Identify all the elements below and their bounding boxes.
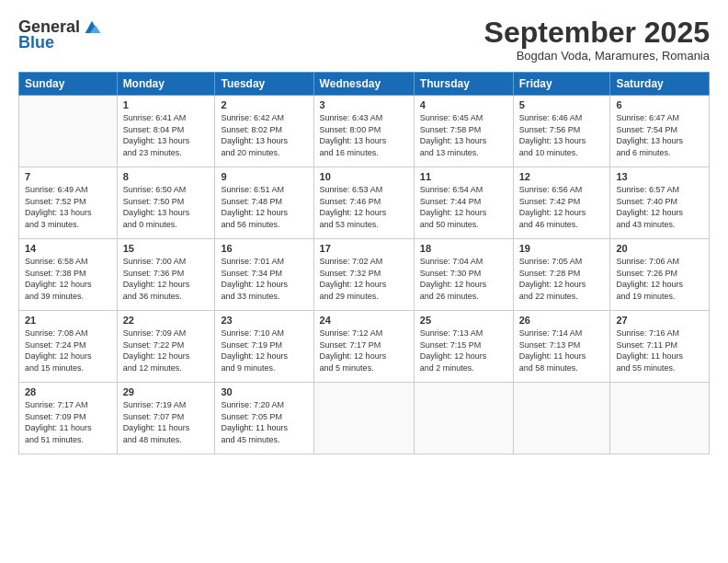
day-cell: 16Sunrise: 7:01 AM Sunset: 7:34 PM Dayli… — [215, 239, 313, 311]
day-info: Sunrise: 6:45 AM Sunset: 7:58 PM Dayligh… — [420, 112, 507, 158]
day-cell: 20Sunrise: 7:06 AM Sunset: 7:26 PM Dayli… — [610, 239, 710, 311]
day-number: 16 — [221, 243, 307, 254]
title-block: September 2025 Bogdan Voda, Maramures, R… — [484, 17, 710, 63]
week-row-2: 14Sunrise: 6:58 AM Sunset: 7:38 PM Dayli… — [19, 239, 710, 311]
col-header-wednesday: Wednesday — [313, 73, 414, 96]
day-number: 20 — [616, 243, 703, 254]
day-number: 2 — [221, 99, 307, 110]
day-cell: 19Sunrise: 7:05 AM Sunset: 7:28 PM Dayli… — [513, 239, 610, 311]
day-number: 26 — [519, 315, 605, 326]
logo: General Blue — [18, 17, 102, 52]
day-cell — [513, 383, 610, 454]
day-info: Sunrise: 6:42 AM Sunset: 8:02 PM Dayligh… — [221, 112, 307, 158]
day-cell — [313, 383, 414, 454]
day-cell: 17Sunrise: 7:02 AM Sunset: 7:32 PM Dayli… — [313, 239, 414, 311]
day-info: Sunrise: 7:10 AM Sunset: 7:19 PM Dayligh… — [221, 327, 307, 373]
day-number: 5 — [519, 99, 605, 110]
day-info: Sunrise: 7:00 AM Sunset: 7:36 PM Dayligh… — [123, 256, 210, 302]
week-row-0: 1Sunrise: 6:41 AM Sunset: 8:04 PM Daylig… — [19, 96, 710, 167]
day-number: 8 — [123, 171, 210, 182]
day-number: 22 — [123, 315, 210, 326]
day-info: Sunrise: 7:06 AM Sunset: 7:26 PM Dayligh… — [616, 256, 703, 302]
day-number: 23 — [221, 315, 307, 326]
month-title: September 2025 — [484, 17, 710, 49]
day-cell: 14Sunrise: 6:58 AM Sunset: 7:38 PM Dayli… — [19, 239, 118, 311]
day-number: 13 — [616, 171, 703, 182]
day-number: 10 — [320, 171, 408, 182]
day-number: 9 — [221, 171, 307, 182]
day-number: 19 — [519, 243, 605, 254]
header-row: SundayMondayTuesdayWednesdayThursdayFrid… — [19, 73, 710, 96]
day-info: Sunrise: 6:56 AM Sunset: 7:42 PM Dayligh… — [519, 184, 605, 230]
col-header-sunday: Sunday — [19, 73, 118, 96]
day-cell: 6Sunrise: 6:47 AM Sunset: 7:54 PM Daylig… — [610, 96, 710, 167]
day-info: Sunrise: 6:57 AM Sunset: 7:40 PM Dayligh… — [616, 184, 703, 230]
day-info: Sunrise: 7:16 AM Sunset: 7:11 PM Dayligh… — [616, 327, 703, 373]
day-info: Sunrise: 7:19 AM Sunset: 7:07 PM Dayligh… — [123, 399, 210, 445]
page: General Blue September 2025 Bogdan Voda,… — [0, 0, 728, 563]
col-header-tuesday: Tuesday — [215, 73, 313, 96]
day-info: Sunrise: 7:08 AM Sunset: 7:24 PM Dayligh… — [25, 327, 111, 373]
day-cell: 11Sunrise: 6:54 AM Sunset: 7:44 PM Dayli… — [414, 167, 513, 239]
day-cell: 10Sunrise: 6:53 AM Sunset: 7:46 PM Dayli… — [313, 167, 414, 239]
day-cell: 8Sunrise: 6:50 AM Sunset: 7:50 PM Daylig… — [117, 167, 215, 239]
day-cell: 30Sunrise: 7:20 AM Sunset: 7:05 PM Dayli… — [215, 383, 313, 454]
day-cell: 23Sunrise: 7:10 AM Sunset: 7:19 PM Dayli… — [215, 311, 313, 383]
day-cell: 27Sunrise: 7:16 AM Sunset: 7:11 PM Dayli… — [610, 311, 710, 383]
day-cell: 26Sunrise: 7:14 AM Sunset: 7:13 PM Dayli… — [513, 311, 610, 383]
day-info: Sunrise: 6:53 AM Sunset: 7:46 PM Dayligh… — [320, 184, 408, 230]
day-cell: 28Sunrise: 7:17 AM Sunset: 7:09 PM Dayli… — [19, 383, 118, 454]
day-cell: 15Sunrise: 7:00 AM Sunset: 7:36 PM Dayli… — [117, 239, 215, 311]
day-number: 7 — [25, 171, 111, 182]
day-info: Sunrise: 7:04 AM Sunset: 7:30 PM Dayligh… — [420, 256, 507, 302]
day-number: 24 — [320, 315, 408, 326]
day-cell: 4Sunrise: 6:45 AM Sunset: 7:58 PM Daylig… — [414, 96, 513, 167]
day-info: Sunrise: 7:20 AM Sunset: 7:05 PM Dayligh… — [221, 399, 307, 445]
week-row-1: 7Sunrise: 6:49 AM Sunset: 7:52 PM Daylig… — [19, 167, 710, 239]
day-cell: 18Sunrise: 7:04 AM Sunset: 7:30 PM Dayli… — [414, 239, 513, 311]
day-cell: 7Sunrise: 6:49 AM Sunset: 7:52 PM Daylig… — [19, 167, 118, 239]
header: General Blue September 2025 Bogdan Voda,… — [18, 17, 710, 63]
day-info: Sunrise: 7:09 AM Sunset: 7:22 PM Dayligh… — [123, 327, 210, 373]
day-info: Sunrise: 7:12 AM Sunset: 7:17 PM Dayligh… — [320, 327, 408, 373]
subtitle: Bogdan Voda, Maramures, Romania — [484, 49, 710, 63]
day-cell: 21Sunrise: 7:08 AM Sunset: 7:24 PM Dayli… — [19, 311, 118, 383]
day-cell — [19, 96, 118, 167]
day-cell: 3Sunrise: 6:43 AM Sunset: 8:00 PM Daylig… — [313, 96, 414, 167]
day-number: 27 — [616, 315, 703, 326]
day-cell — [610, 383, 710, 454]
day-number: 29 — [123, 386, 210, 397]
day-number: 21 — [25, 315, 111, 326]
day-info: Sunrise: 7:13 AM Sunset: 7:15 PM Dayligh… — [420, 327, 507, 373]
day-cell: 9Sunrise: 6:51 AM Sunset: 7:48 PM Daylig… — [215, 167, 313, 239]
week-row-3: 21Sunrise: 7:08 AM Sunset: 7:24 PM Dayli… — [19, 311, 710, 383]
week-row-4: 28Sunrise: 7:17 AM Sunset: 7:09 PM Dayli… — [19, 383, 710, 454]
col-header-friday: Friday — [513, 73, 610, 96]
day-number: 25 — [420, 315, 507, 326]
day-number: 12 — [519, 171, 605, 182]
day-number: 14 — [25, 243, 111, 254]
day-info: Sunrise: 6:50 AM Sunset: 7:50 PM Dayligh… — [123, 184, 210, 230]
day-info: Sunrise: 6:51 AM Sunset: 7:48 PM Dayligh… — [221, 184, 307, 230]
day-number: 17 — [320, 243, 408, 254]
day-info: Sunrise: 6:58 AM Sunset: 7:38 PM Dayligh… — [25, 256, 111, 302]
logo-blue: Blue — [18, 33, 54, 52]
day-cell: 25Sunrise: 7:13 AM Sunset: 7:15 PM Dayli… — [414, 311, 513, 383]
day-info: Sunrise: 6:49 AM Sunset: 7:52 PM Dayligh… — [25, 184, 111, 230]
day-info: Sunrise: 7:01 AM Sunset: 7:34 PM Dayligh… — [221, 256, 307, 302]
day-info: Sunrise: 7:14 AM Sunset: 7:13 PM Dayligh… — [519, 327, 605, 373]
day-number: 3 — [320, 99, 408, 110]
day-number: 30 — [221, 386, 307, 397]
logo-icon — [82, 17, 102, 37]
day-number: 18 — [420, 243, 507, 254]
day-number: 11 — [420, 171, 507, 182]
col-header-thursday: Thursday — [414, 73, 513, 96]
day-number: 15 — [123, 243, 210, 254]
day-cell: 29Sunrise: 7:19 AM Sunset: 7:07 PM Dayli… — [117, 383, 215, 454]
day-info: Sunrise: 6:43 AM Sunset: 8:00 PM Dayligh… — [320, 112, 408, 158]
day-info: Sunrise: 7:02 AM Sunset: 7:32 PM Dayligh… — [320, 256, 408, 302]
day-cell — [414, 383, 513, 454]
day-cell: 12Sunrise: 6:56 AM Sunset: 7:42 PM Dayli… — [513, 167, 610, 239]
day-cell: 24Sunrise: 7:12 AM Sunset: 7:17 PM Dayli… — [313, 311, 414, 383]
day-number: 1 — [123, 99, 210, 110]
